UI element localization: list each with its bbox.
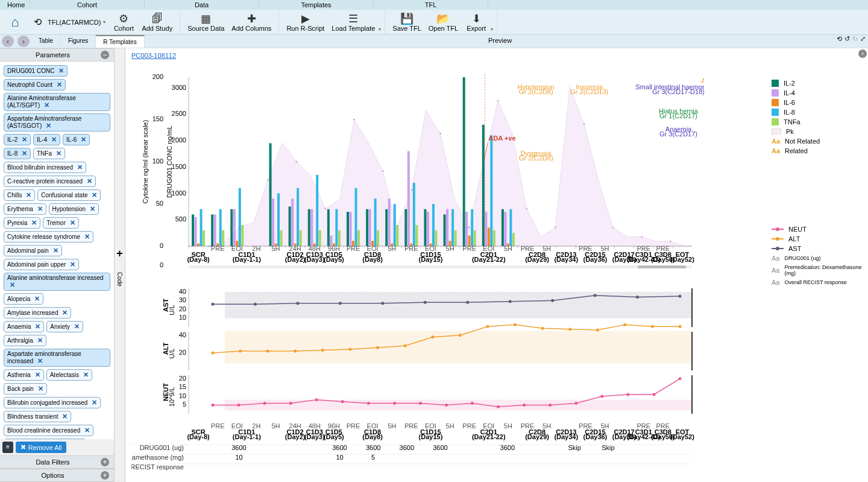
param-tag[interactable]: Bilirubin conjugated increased ✕ xyxy=(4,397,101,408)
remove-all-button[interactable]: ✖ Remove All xyxy=(16,442,67,453)
param-tag[interactable]: Pyrexia ✕ xyxy=(4,217,40,229)
tag-remove-icon[interactable]: ✕ xyxy=(53,247,58,254)
tag-remove-icon[interactable]: ✕ xyxy=(70,219,75,226)
param-tag[interactable]: IL-2 ✕ xyxy=(4,134,31,145)
tag-remove-icon[interactable]: ✕ xyxy=(22,150,27,157)
export-button[interactable]: ⬇ Export xyxy=(462,11,491,33)
tag-remove-icon[interactable]: ✕ xyxy=(87,177,92,185)
param-tag[interactable]: Tremor ✕ xyxy=(43,217,79,229)
tag-remove-icon[interactable]: ✕ xyxy=(57,81,62,88)
param-tag[interactable]: Blood bilirubin increased ✕ xyxy=(4,162,86,173)
param-tag[interactable]: Chills ✕ xyxy=(4,189,35,201)
tag-remove-icon[interactable]: ✕ xyxy=(35,371,40,378)
fullscreen-icon[interactable]: ⤢ xyxy=(860,35,866,43)
param-tag[interactable]: Alanine aminotransferase increased ✕ xyxy=(4,273,110,291)
tag-remove-icon[interactable]: ✕ xyxy=(77,163,83,171)
param-tag[interactable]: DRUG001 CONC ✕ xyxy=(4,65,68,77)
param-tag[interactable]: Aspartate Aminotransferase (AST/SGOT) ✕ xyxy=(4,113,110,132)
param-tag[interactable]: Amylase increased ✕ xyxy=(4,307,71,319)
tag-remove-icon[interactable]: ✕ xyxy=(51,136,57,143)
param-tag[interactable]: Back pain ✕ xyxy=(4,383,47,395)
list-view-button[interactable]: ≡ xyxy=(2,442,13,453)
tag-remove-icon[interactable]: ✕ xyxy=(62,309,68,316)
param-tag[interactable]: C-reactive protein increased ✕ xyxy=(4,176,96,187)
tag-remove-icon[interactable]: ✕ xyxy=(38,385,43,392)
param-tag[interactable]: IL-4 ✕ xyxy=(33,134,60,145)
menu-home[interactable]: Home xyxy=(0,0,30,10)
tag-remove-icon[interactable]: ✕ xyxy=(10,281,15,288)
tag-remove-icon[interactable]: ✕ xyxy=(56,150,61,157)
param-tag[interactable]: Anxiety ✕ xyxy=(46,321,83,332)
add-plus-icon[interactable]: + xyxy=(116,247,123,260)
menu-cohort[interactable]: Cohort xyxy=(30,0,145,10)
param-tag[interactable]: Confusional state ✕ xyxy=(37,189,101,201)
undo-icon[interactable]: ↺ xyxy=(844,35,850,43)
add-study-button[interactable]: 🗐 Add Study xyxy=(138,11,176,33)
collapse-preview-icon[interactable]: › xyxy=(858,49,867,58)
subject-link[interactable]: PC003-108112 xyxy=(131,52,176,59)
tag-remove-icon[interactable]: ✕ xyxy=(22,136,27,143)
save-tfl-button[interactable]: 💾 Save TFL xyxy=(389,11,425,33)
tag-remove-icon[interactable]: ✕ xyxy=(44,101,49,109)
tag-remove-icon[interactable]: ✕ xyxy=(37,205,43,212)
tag-remove-icon[interactable]: ✕ xyxy=(81,136,86,143)
code-collapse-bar[interactable]: + Code xyxy=(115,48,125,482)
param-tag[interactable]: Anaemia ✕ xyxy=(4,321,44,332)
menu-data[interactable]: Data xyxy=(145,0,259,10)
redo-icon[interactable]: ↻ xyxy=(852,35,858,43)
param-tag[interactable]: IL-6 ✕ xyxy=(63,134,90,145)
refresh-icon[interactable]: ⟲ xyxy=(837,35,842,43)
param-tag[interactable]: Asthenia ✕ xyxy=(4,369,44,381)
options-header[interactable]: Options + xyxy=(0,469,114,482)
tag-remove-icon[interactable]: ✕ xyxy=(35,323,40,330)
param-tag[interactable]: Alanine Aminotransferase (ALT/SGPT) ✕ xyxy=(4,93,110,111)
expand-options-icon[interactable]: + xyxy=(101,471,109,480)
tab-r-templates[interactable]: R Templates xyxy=(96,35,144,48)
param-tag[interactable]: Atelectasis ✕ xyxy=(46,369,92,381)
run-r-script-button[interactable]: ▶ Run R-Script xyxy=(283,11,328,33)
data-filters-header[interactable]: Data Filters + xyxy=(0,455,114,469)
tag-remove-icon[interactable]: ✕ xyxy=(37,357,43,364)
load-template-button[interactable]: ☰ Load Template xyxy=(328,11,379,33)
param-tag[interactable]: Hypotension ✕ xyxy=(49,203,99,215)
home-icon[interactable]: ⌂ xyxy=(0,14,30,30)
tag-remove-icon[interactable]: ✕ xyxy=(31,219,37,226)
param-tag[interactable]: Arthralgia ✕ xyxy=(4,335,46,346)
parameters-header[interactable]: Parameters − xyxy=(0,48,114,62)
param-tag[interactable]: IL-8 ✕ xyxy=(4,148,31,159)
tag-remove-icon[interactable]: ✕ xyxy=(58,67,64,74)
tag-remove-icon[interactable]: ✕ xyxy=(37,337,43,344)
menu-tfl[interactable]: TFL xyxy=(374,0,488,10)
param-tag[interactable]: Abdominal pain ✕ xyxy=(4,245,62,256)
tag-remove-icon[interactable]: ✕ xyxy=(92,191,97,198)
param-tag[interactable]: Alopecia ✕ xyxy=(4,293,43,305)
tag-remove-icon[interactable]: ✕ xyxy=(70,261,75,268)
param-tag[interactable]: Blood creatinine decreased ✕ xyxy=(4,425,93,436)
tag-remove-icon[interactable]: ✕ xyxy=(62,413,68,420)
tab-table[interactable]: Table xyxy=(31,35,61,48)
tag-remove-icon[interactable]: ✕ xyxy=(26,191,31,198)
param-tag[interactable]: Blindness transient ✕ xyxy=(4,411,71,422)
tag-remove-icon[interactable]: ✕ xyxy=(46,122,51,129)
menu-templates[interactable]: Templates xyxy=(259,0,374,10)
expand-code-icon[interactable]: › xyxy=(17,36,30,47)
param-tag[interactable]: Erythema ✕ xyxy=(4,203,46,215)
param-tag[interactable]: Abdominal pain upper ✕ xyxy=(4,259,79,270)
tab-figures[interactable]: Figures xyxy=(61,35,96,48)
collapse-sidebar-icon[interactable]: ‹ xyxy=(2,36,14,47)
tfl-dropdown[interactable]: TFL(ACTARMCD)▾ xyxy=(44,19,109,26)
tag-remove-icon[interactable]: ✕ xyxy=(84,233,90,240)
open-tfl-button[interactable]: 📂 Open TFL xyxy=(425,11,462,33)
tag-remove-icon[interactable]: ✕ xyxy=(83,371,89,378)
tag-remove-icon[interactable]: ✕ xyxy=(34,295,40,302)
param-tag[interactable]: Aspartate aminotransferase increased ✕ xyxy=(4,349,110,367)
param-tag[interactable]: Neutrophil Count ✕ xyxy=(4,79,66,90)
cohort-button[interactable]: ⚙ Cohort xyxy=(109,11,138,33)
param-tag[interactable]: TNFa ✕ xyxy=(33,148,65,159)
collapse-params-icon[interactable]: − xyxy=(101,51,109,59)
add-columns-button[interactable]: ✚ Add Columns xyxy=(228,11,275,33)
expand-filters-icon[interactable]: + xyxy=(101,458,109,466)
source-data-button[interactable]: ▦ Source Data xyxy=(184,11,228,33)
tag-remove-icon[interactable]: ✕ xyxy=(90,205,95,212)
param-tag[interactable]: Cytokine release syndrome ✕ xyxy=(4,231,93,243)
